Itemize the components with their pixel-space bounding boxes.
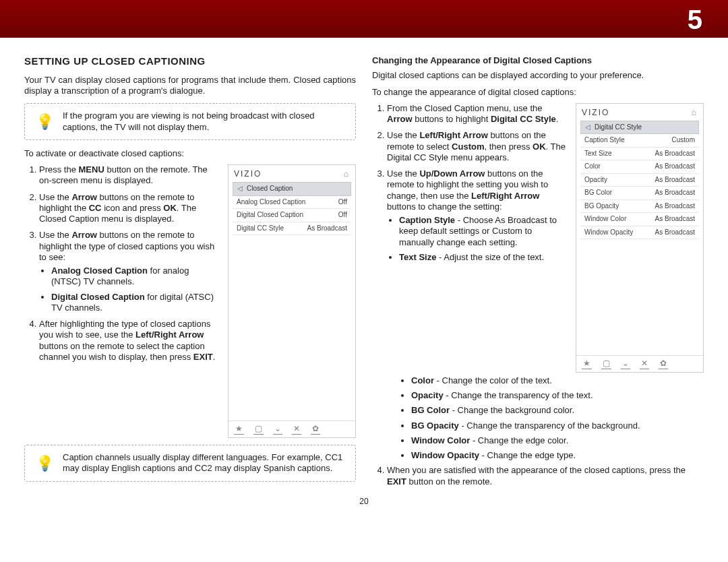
right-column: Changing the Appearance of Digital Close… [372,55,704,493]
menu-row: BG OpacityAs Broadcast [580,200,699,214]
opt: Caption Style - Choose As Broadcast to k… [399,215,566,248]
right-steps: From the Closed Caption menu, use the Ar… [372,103,566,263]
tip-text: If the program you are viewing is not be… [63,111,346,133]
menu-title: Closed Caption [247,185,293,193]
star-icon: ★ [582,358,592,369]
rstep-4: When you are satisfied with the appearan… [387,465,704,487]
menu-footer-icons: ★ ▢ ⌄ ✕ ✿ [229,420,355,437]
step-4: After highlighting the type of closed ca… [39,319,218,363]
right-intro: Digital closed captions can be displayed… [372,70,704,81]
gear-icon: ✿ [659,358,668,369]
back-icon: ◁ [237,185,243,193]
opt: Opacity - Change the transparency of the… [411,390,704,401]
page-header: 5 [0,0,728,38]
activate-lead: To activate or deactivate closed caption… [24,148,356,159]
menu-row: Caption StyleCustom [580,134,699,148]
bullet-analog: Analog Closed Caption for analog (NTSC) … [51,266,218,288]
lightbulb-icon: 💡 [34,454,55,473]
step-3: Use the Arrow buttons on the remote to h… [39,230,218,313]
menu-title: Digital CC Style [595,123,642,132]
vizio-brand: VIZIO [234,169,262,179]
page-number: 20 [0,493,728,507]
back-icon: ◁ [585,123,590,132]
star-icon: ★ [234,424,244,435]
menu-row: ColorAs Broadcast [580,160,699,174]
menu-row: Digital Closed CaptionOff [233,209,351,222]
page-body: SETTING UP CLOSED CAPTIONING Your TV can… [0,38,728,493]
menu-row: Digital CC StyleAs Broadcast [233,222,351,236]
right-steps-with-menu: From the Closed Caption menu, use the Ar… [372,103,704,373]
right-lead: To change the appearance of digital clos… [372,87,704,98]
bullet-digital: Digital Closed Caption for digital (ATSC… [51,292,218,314]
menu-row: Window ColorAs Broadcast [580,213,699,226]
menu-rows: Analog Closed CaptionOff Digital Closed … [233,196,351,236]
opt: Window Color - Change the edge color. [411,435,704,446]
rstep-1: From the Closed Caption menu, use the Ar… [387,103,566,125]
option-list-continued: Color - Change the color of the text. Op… [372,375,704,462]
down-icon: ⌄ [621,358,630,369]
menu-row: OpacityAs Broadcast [580,174,699,187]
tip-text: Caption channels usually display differe… [63,452,346,474]
section-number: 5 [688,3,702,36]
tip-box-2: 💡 Caption channels usually display diffe… [24,445,356,482]
cc-icon: ▢ [253,424,264,435]
opt: Window Opacity - Change the edge type. [411,450,704,461]
down-icon: ⌄ [273,424,282,435]
menu-footer-icons: ★ ▢ ⌄ ✕ ✿ [576,355,703,372]
opt: Text Size - Adjust the size of the text. [399,252,566,263]
vizio-brand: VIZIO [582,108,609,118]
vizio-menu-digital-cc-style: VIZIO ⌂ ◁ Digital CC Style Caption Style… [576,103,704,373]
step-2: Use the Arrow buttons on the remote to h… [39,192,218,225]
right-steps-continued: When you are satisfied with the appearan… [372,465,704,487]
cc-icon: ▢ [601,358,611,369]
tip-box-1: 💡 If the program you are viewing is not … [24,103,356,140]
lightbulb-icon: 💡 [34,113,55,131]
rstep-2: Use the Left/Right Arrow buttons on the … [387,130,566,163]
menu-row: BG ColorAs Broadcast [580,187,699,200]
gear-icon: ✿ [311,424,320,435]
intro-text: Your TV can display closed captions for … [24,75,356,97]
opt: BG Opacity - Change the transparency of … [411,420,704,431]
menu-row: Window OpacityAs Broadcast [580,226,699,240]
left-column: SETTING UP CLOSED CAPTIONING Your TV can… [24,55,356,493]
step-1: Press the MENU button on the remote. The… [39,164,218,187]
opt: BG Color - Change the background color. [411,405,704,416]
subhead: Changing the Appearance of Digital Close… [372,55,704,66]
menu-row: Analog Closed CaptionOff [233,196,351,210]
left-steps: Press the MENU button on the remote. The… [24,164,218,363]
close-icon: ✕ [292,424,301,435]
menu-rows: Caption StyleCustom Text SizeAs Broadcas… [580,134,699,239]
option-list: Caption Style - Choose As Broadcast to k… [387,215,566,263]
home-icon: ⌂ [692,108,698,118]
opt: Color - Change the color of the text. [411,375,704,386]
page-title: SETTING UP CLOSED CAPTIONING [24,55,356,68]
vizio-menu-closed-caption: VIZIO ⌂ ◁ Closed Caption Analog Closed C… [228,164,356,438]
steps-with-menu: Press the MENU button on the remote. The… [24,164,356,438]
home-icon: ⌂ [344,169,350,179]
rstep-3: Use the Up/Down Arrow buttons on the rem… [387,168,566,263]
menu-row: Text SizeAs Broadcast [580,148,699,161]
close-icon: ✕ [640,358,649,369]
